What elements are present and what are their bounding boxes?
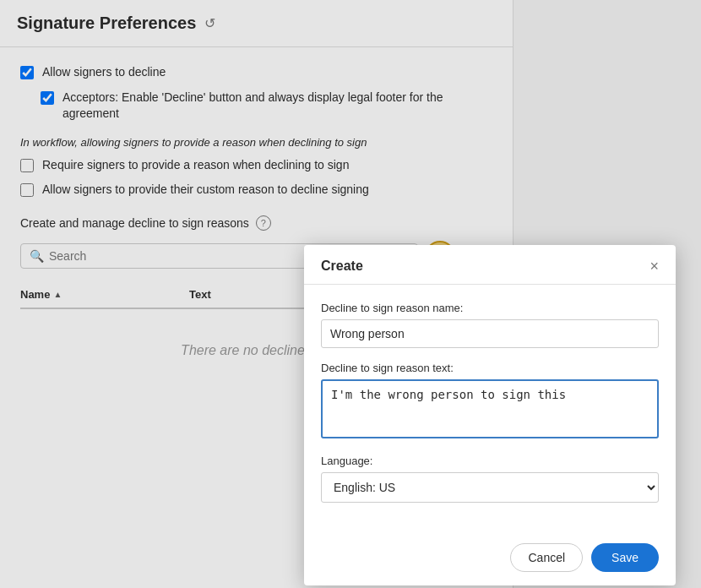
save-button[interactable]: Save bbox=[591, 543, 659, 572]
name-field-label: Decline to sign reason name: bbox=[321, 302, 659, 314]
modal-body: Decline to sign reason name: Decline to … bbox=[304, 285, 676, 533]
text-field-group: Decline to sign reason text: I'm the wro… bbox=[321, 362, 659, 441]
name-field-input[interactable] bbox=[321, 319, 659, 348]
close-button[interactable]: × bbox=[649, 259, 659, 274]
create-modal: Create × Decline to sign reason name: De… bbox=[304, 245, 676, 585]
modal-title: Create bbox=[321, 259, 363, 274]
cancel-button[interactable]: Cancel bbox=[510, 543, 583, 572]
name-field-group: Decline to sign reason name: bbox=[321, 302, 659, 348]
text-field-input[interactable]: I'm the wrong person to sign this bbox=[321, 379, 659, 438]
modal-header: Create × bbox=[304, 245, 676, 285]
language-select[interactable]: English: US English: UK French German Sp… bbox=[321, 472, 659, 503]
text-field-label: Decline to sign reason text: bbox=[321, 362, 659, 374]
language-field-group: Language: English: US English: UK French… bbox=[321, 455, 659, 503]
language-field-label: Language: bbox=[321, 455, 659, 467]
modal-footer: Cancel Save bbox=[304, 533, 676, 585]
